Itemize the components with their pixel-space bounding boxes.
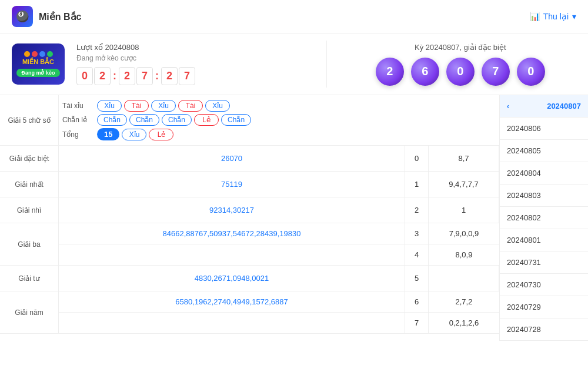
date-label-20240803: 20240803 [507, 191, 541, 200]
chevron-down-icon: ▾ [572, 12, 576, 21]
bar-chart-icon: 📊 [530, 12, 540, 21]
prize-extra-7: 0,2,1,2,6 [429, 313, 499, 333]
date-label-20240804: 20240804 [507, 169, 541, 177]
balls-row: 2 6 0 7 0 [345, 58, 577, 86]
ky-title: Kỳ 20240807, giải đặc biệt [345, 43, 577, 52]
chanle-tag-1[interactable]: Chẵn [97, 114, 127, 126]
date-label-20240728: 20240728 [507, 325, 541, 334]
luot-xo-title: Lượt xổ 20240808 [76, 43, 309, 52]
prize-value-tu: 4830,2671,0948,0021 [59, 266, 405, 291]
date-item-20240804[interactable]: 20240804 [500, 162, 588, 185]
date-item-20240728[interactable]: 20240728 [500, 318, 588, 341]
vertical-divider [326, 41, 327, 88]
date-item-20240731[interactable]: 20240731 [500, 251, 588, 274]
right-panel: ‹ 20240807 20240806 20240805 20240804 20… [500, 95, 588, 341]
date-item-20240807[interactable]: ‹ 20240807 [500, 95, 588, 118]
prize-ba-val1: 84662,88767,50937,54672,28439,19830 [59, 223, 405, 244]
date-item-20240805[interactable]: 20240805 [500, 140, 588, 162]
game-logo-text: MIỀN BẮC [22, 58, 54, 66]
prize-num-2: 2 [405, 197, 429, 223]
prize-extra-2: 1 [429, 197, 499, 223]
timer-d1: 0 [76, 67, 93, 85]
prize-row-nhi: Giải nhì 92314,30217 2 1 [0, 197, 499, 223]
prize-nam-nums: 6 7 [405, 291, 429, 333]
giai5-label: Giải 5 chữ số [0, 95, 59, 145]
tong-tag-le[interactable]: Lẻ [149, 129, 173, 140]
prize-num-4: 4 [405, 244, 428, 265]
mini-ball-1 [24, 51, 30, 57]
prize-row-nhat: Giải nhất 75119 1 9,4,7,7,7 [0, 172, 499, 197]
giai5-content: Tài xỉu Xỉu Tài Xỉu Tài Xỉu Chẵn lẻ Chẵn… [59, 95, 499, 145]
prize-extra-5 [429, 266, 499, 291]
prize-extra-3: 7,9,0,0,9 [429, 223, 499, 244]
header: 🎱 Miền Bắc 📊 Thu lại ▾ [0, 0, 588, 33]
taixin-tag-3[interactable]: Xỉu [151, 100, 176, 112]
date-label-20240807: 20240807 [547, 102, 581, 110]
date-item-20240803[interactable]: 20240803 [500, 185, 588, 207]
chanle-tag-5[interactable]: Chẵn [221, 114, 251, 126]
prize-label-nhat: Giải nhất [0, 172, 59, 197]
ball-2: 6 [411, 58, 439, 86]
thu-lai-button[interactable]: 📊 Thu lại ▾ [530, 12, 576, 21]
tong-label: Tổng [62, 130, 95, 139]
taixin-tag-5[interactable]: Xỉu [205, 100, 230, 112]
prize-row-dacbiet: Giải đặc biệt 26070 0 8,7 [0, 146, 499, 172]
prize-ba-val2 [59, 244, 405, 256]
date-item-20240802[interactable]: 20240802 [500, 207, 588, 229]
prize-row-ba: Giải ba 84662,88767,50937,54672,28439,19… [0, 223, 499, 266]
timer-s2: 7 [179, 67, 195, 85]
dang-mo-keo-badge: Đang mở kèo [16, 69, 59, 77]
date-label-20240805: 20240805 [507, 146, 541, 155]
ball-5: 0 [517, 58, 545, 86]
chanle-tag-4[interactable]: Lẻ [194, 114, 219, 126]
ball-1: 2 [376, 58, 404, 86]
chanle-tag-3[interactable]: Chẵn [162, 114, 192, 126]
prize-num-0: 0 [405, 146, 429, 171]
prize-nam-extras: 2,7,2 0,2,1,2,6 [429, 291, 499, 333]
taixin-tag-1[interactable]: Xỉu [97, 100, 122, 112]
page: 🎱 Miền Bắc 📊 Thu lại ▾ MIỀN BẮC Đang mở … [0, 0, 588, 379]
date-label-20240729: 20240729 [507, 303, 541, 311]
tong-val: 15 [97, 128, 119, 140]
giai5-section: Giải 5 chữ số Tài xỉu Xỉu Tài Xỉu Tài Xỉ… [0, 95, 499, 146]
date-item-20240730[interactable]: 20240730 [500, 274, 588, 296]
mini-ball-3 [39, 51, 45, 57]
prize-nam-values: 6580,1962,2740,4949,1572,6887 [59, 291, 405, 333]
main-content: Giải 5 chữ số Tài xỉu Xỉu Tài Xỉu Tài Xỉ… [0, 95, 588, 341]
prize-row-nam: Giải năm 6580,1962,2740,4949,1572,6887 6… [0, 291, 499, 334]
prize-label-tu: Giải tư [0, 266, 59, 291]
prize-value-nhat: 75119 [59, 172, 405, 197]
tong-tag-xiu[interactable]: Xỉu [122, 129, 146, 140]
taixin-tag-2[interactable]: Tài [124, 100, 149, 112]
prize-extra-0: 8,7 [429, 146, 499, 171]
date-item-20240806[interactable]: 20240806 [500, 118, 588, 140]
chanle-row: Chẵn lẻ Chẵn Chẵn Chẵn Lẻ Chẵn [62, 114, 496, 126]
prize-extra-1: 9,4,7,7,7 [429, 172, 499, 197]
dang-mo-sub: Đang mở kèo cược [76, 54, 309, 62]
mini-ball-2 [32, 51, 38, 57]
timer-d2: 2 [94, 67, 111, 85]
prize-num-6: 6 [405, 291, 428, 313]
date-label-20240801: 20240801 [507, 236, 541, 244]
prize-ba-extras: 7,9,0,0,9 8,0,9 [429, 223, 499, 265]
tong-row: Tổng 15 Xỉu Lẻ [62, 128, 496, 140]
timer-m1: 2 [119, 67, 135, 85]
timer-sep2: : [154, 70, 160, 82]
prize-extra-4: 8,0,9 [429, 244, 499, 265]
date-item-20240801[interactable]: 20240801 [500, 229, 588, 251]
mini-ball-4 [47, 51, 53, 57]
prize-value-nhi: 92314,30217 [59, 197, 405, 223]
prize-ba-nums: 3 4 [405, 223, 429, 265]
prize-row-tu: Giải tư 4830,2671,0948,0021 5 [0, 266, 499, 291]
game-info: Lượt xổ 20240808 Đang mở kèo cược 0 2 : … [76, 43, 309, 85]
logo-icon: 🎱 [12, 6, 33, 27]
date-item-20240729[interactable]: 20240729 [500, 296, 588, 318]
timer-m2: 7 [136, 67, 153, 85]
date-label-20240806: 20240806 [507, 124, 541, 133]
game-logo: MIỀN BẮC Đang mở kèo [12, 43, 65, 85]
chanle-tag-2[interactable]: Chẵn [129, 114, 159, 126]
taixin-label: Tài xỉu [62, 102, 95, 110]
chevron-left-icon: ‹ [507, 102, 509, 110]
prize-nam-val2 [59, 313, 405, 324]
taixin-tag-4[interactable]: Tài [178, 100, 203, 112]
